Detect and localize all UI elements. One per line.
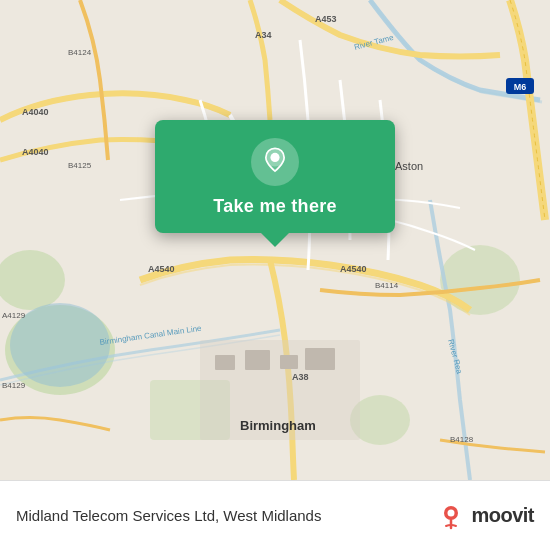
svg-text:A453: A453 [315, 14, 337, 24]
svg-text:B4128: B4128 [450, 435, 474, 444]
svg-text:A38: A38 [292, 372, 309, 382]
moovit-brand-icon [435, 500, 467, 532]
svg-text:B4125: B4125 [68, 161, 92, 170]
location-name: Midland Telecom Services Ltd, West Midla… [16, 507, 435, 524]
svg-rect-8 [215, 355, 235, 370]
svg-text:A4040: A4040 [22, 147, 49, 157]
svg-text:A4040: A4040 [22, 107, 49, 117]
map-view[interactable]: A4040 A4040 B4124 B4125 A453 A34 A4540 A… [0, 0, 550, 480]
svg-rect-10 [280, 355, 298, 369]
svg-rect-11 [305, 348, 335, 370]
footer-bar: Midland Telecom Services Ltd, West Midla… [0, 480, 550, 550]
svg-text:Birmingham: Birmingham [240, 418, 316, 433]
take-me-there-button[interactable]: Take me there [213, 196, 337, 217]
svg-text:A4129: A4129 [2, 311, 26, 320]
svg-text:B4124: B4124 [68, 48, 92, 57]
svg-rect-9 [245, 350, 270, 370]
svg-point-34 [270, 153, 279, 162]
svg-text:M6: M6 [514, 82, 527, 92]
location-icon-circle [251, 138, 299, 186]
svg-point-37 [448, 509, 455, 516]
svg-text:Aston: Aston [395, 160, 423, 172]
location-popup[interactable]: Take me there [155, 120, 395, 233]
pin-icon [261, 146, 289, 178]
svg-text:A34: A34 [255, 30, 272, 40]
svg-text:B4129: B4129 [2, 381, 26, 390]
moovit-text: moovit [471, 504, 534, 527]
svg-text:A4540: A4540 [340, 264, 367, 274]
svg-text:A4540: A4540 [148, 264, 175, 274]
moovit-logo: moovit [435, 500, 534, 532]
svg-text:B4114: B4114 [375, 281, 399, 290]
